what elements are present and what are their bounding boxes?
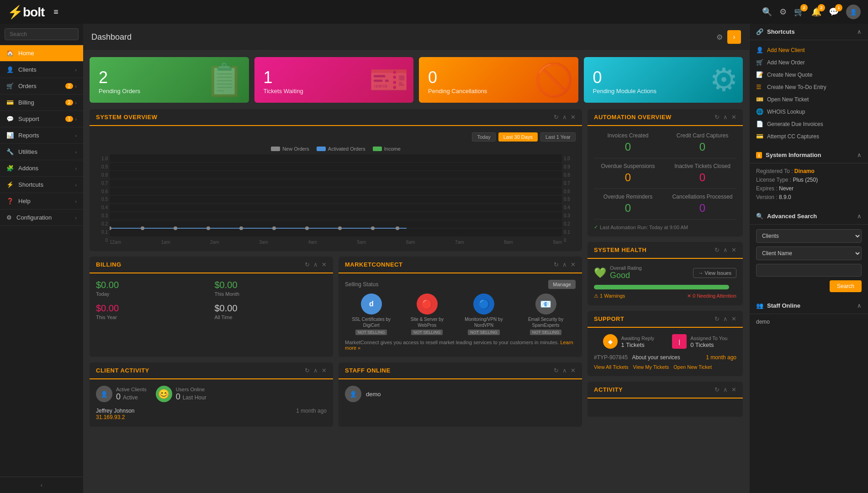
sidebar-item-home[interactable]: 🏠Home bbox=[0, 45, 83, 62]
support-close-icon[interactable]: ✕ bbox=[731, 315, 736, 322]
adv-search-type-select[interactable]: Clients Orders Invoices Tickets bbox=[756, 229, 862, 243]
billing-close-icon[interactable]: ✕ bbox=[322, 261, 327, 268]
support-collapse-icon[interactable]: ∧ bbox=[723, 315, 728, 322]
market-close-icon[interactable]: ✕ bbox=[571, 261, 576, 268]
staff-refresh-icon[interactable]: ↻ bbox=[554, 367, 559, 374]
market-footer: MarketConnect gives you access to resell… bbox=[345, 340, 576, 351]
market-refresh-icon[interactable]: ↻ bbox=[554, 261, 559, 268]
adv-search-collapse-icon[interactable]: ∧ bbox=[857, 213, 862, 220]
shortcut-open-ticket[interactable]: 🎫 Open New Ticket bbox=[750, 93, 868, 105]
sidebar-item-support[interactable]: 💬Support 1 › bbox=[0, 111, 83, 127]
addons-chevron: › bbox=[75, 166, 77, 171]
view-issues-button[interactable]: → View Issues bbox=[693, 268, 736, 278]
health-close-icon[interactable]: ✕ bbox=[731, 246, 736, 253]
view-all-tickets-link[interactable]: View All Tickets bbox=[594, 364, 629, 370]
collapse-icon[interactable]: ∧ bbox=[562, 114, 567, 121]
support-icon[interactable]: 💬 1 bbox=[829, 7, 839, 17]
users-online-item: 😊 Users Online 0 Last Hour bbox=[156, 386, 206, 402]
sidebar-collapse-btn[interactable]: ‹ bbox=[0, 477, 83, 493]
health-progress-bar bbox=[594, 285, 729, 289]
billing-refresh-icon[interactable]: ↻ bbox=[305, 261, 310, 268]
shortcuts-panel: 🔗 Shortcuts ∧ 👤 Add New Client 🛒 Add New… bbox=[750, 24, 868, 146]
automation-panel: Automation Overview ↻ ∧ ✕ Invoices Creat… bbox=[587, 109, 743, 236]
staff-user-row: 👤 demo bbox=[345, 386, 576, 402]
sidebar-item-orders[interactable]: 🛒Orders 2 › bbox=[0, 78, 83, 94]
health-collapse-icon[interactable]: ∧ bbox=[723, 246, 728, 253]
shortcut-cc-captures[interactable]: 💳 Attempt CC Captures bbox=[750, 130, 868, 142]
health-warnings: ⚠ 1 Warnings bbox=[594, 293, 625, 299]
client-activity-header: Client Activity ↻ ∧ ✕ bbox=[90, 362, 333, 379]
staff-collapse-icon[interactable]: ∧ bbox=[857, 302, 862, 309]
legend-new-orders-box bbox=[271, 147, 280, 151]
sidebar-item-configuration[interactable]: ⚙Configuration › bbox=[0, 210, 83, 226]
chart-btn-today[interactable]: Today bbox=[472, 132, 495, 142]
view-my-tickets-link[interactable]: View My Tickets bbox=[633, 364, 669, 370]
chart-btn-30days[interactable]: Last 30 Days bbox=[498, 132, 538, 142]
client-close-icon[interactable]: ✕ bbox=[322, 367, 327, 374]
shortcut-add-order[interactable]: 🛒 Add New Order bbox=[750, 56, 868, 68]
sidebar-item-utilities[interactable]: 🔧Utilities › bbox=[0, 144, 83, 160]
refresh-icon[interactable]: ↻ bbox=[554, 114, 559, 121]
market-collapse-icon[interactable]: ∧ bbox=[562, 261, 567, 268]
search-input[interactable] bbox=[5, 28, 79, 40]
system-health-panel: System Health ↻ ∧ ✕ 💚 Overall Rating bbox=[587, 242, 743, 305]
avatar[interactable]: 👤 bbox=[846, 5, 861, 19]
staff-close-icon[interactable]: ✕ bbox=[571, 367, 576, 374]
activity-collapse-icon[interactable]: ∧ bbox=[723, 386, 728, 393]
vpn-badge: NOT SELLING bbox=[468, 330, 499, 335]
ticket-subject[interactable]: About your services bbox=[632, 354, 680, 361]
cart-icon[interactable]: 🛒 2 bbox=[794, 7, 804, 17]
chart-btn-1year[interactable]: Last 1 Year bbox=[540, 132, 576, 142]
billing-collapse-icon[interactable]: ∧ bbox=[313, 261, 318, 268]
hamburger-menu[interactable]: ≡ bbox=[53, 7, 58, 17]
staff-collapse-icon[interactable]: ∧ bbox=[562, 367, 567, 374]
shortcut-generate-invoices[interactable]: 📄 Generate Due Invoices bbox=[750, 118, 868, 130]
adv-search-field-select[interactable]: Client Name Email Company bbox=[756, 246, 862, 260]
support-refresh-icon[interactable]: ↻ bbox=[715, 315, 720, 322]
sidebar-item-clients[interactable]: 👤Clients › bbox=[0, 62, 83, 78]
open-new-ticket-link[interactable]: Open New Ticket bbox=[673, 364, 712, 370]
shortcut-create-quote[interactable]: 📝 Create New Quote bbox=[750, 68, 868, 81]
module-actions-label: Pending Module Actions bbox=[593, 88, 734, 94]
manage-button[interactable]: Manage bbox=[548, 280, 576, 289]
auto-close-icon[interactable]: ✕ bbox=[731, 114, 736, 121]
automation-actions: ↻ ∧ ✕ bbox=[715, 114, 736, 121]
billing-header: Billing ↻ ∧ ✕ bbox=[90, 257, 333, 273]
close-icon[interactable]: ✕ bbox=[571, 114, 576, 121]
activity-close-icon[interactable]: ✕ bbox=[731, 386, 736, 393]
stat-card-tickets-waiting[interactable]: 🎫 1 Tickets Waiting bbox=[254, 57, 414, 103]
stat-card-pending-orders[interactable]: 📋 2 Pending Orders bbox=[90, 57, 249, 103]
advanced-search-title: 🔍 Advanced Search bbox=[756, 213, 817, 220]
shortcuts-collapse-icon[interactable]: ∧ bbox=[857, 28, 862, 35]
stat-card-pending-cancellations[interactable]: 🚫 0 Pending Cancellations bbox=[419, 57, 578, 103]
dashboard-settings-icon[interactable]: ⚙ bbox=[716, 33, 723, 42]
sidebar-item-reports[interactable]: 📊Reports › bbox=[0, 127, 83, 144]
adv-search-input[interactable] bbox=[756, 264, 862, 277]
recent-client-time: 1 month ago bbox=[296, 408, 327, 420]
svg-point-15 bbox=[305, 226, 309, 230]
shortcut-add-client[interactable]: 👤 Add New Client bbox=[750, 44, 868, 56]
sidebar-item-billing[interactable]: 💳Billing 2 › bbox=[0, 94, 83, 111]
search-icon[interactable]: 🔍 bbox=[762, 7, 772, 17]
sidebar-item-help[interactable]: ❓Help › bbox=[0, 193, 83, 210]
adv-search-button[interactable]: Search bbox=[830, 280, 862, 292]
right-sidebar: 🔗 Shortcuts ∧ 👤 Add New Client 🛒 Add New… bbox=[749, 24, 868, 493]
sidebar-item-shortcuts[interactable]: ⚡Shortcuts › bbox=[0, 177, 83, 193]
sysinfo-collapse-icon[interactable]: ∧ bbox=[857, 152, 862, 158]
sidebar-item-addons[interactable]: 🧩Addons › bbox=[0, 160, 83, 177]
auto-collapse-icon[interactable]: ∧ bbox=[723, 114, 728, 121]
dashboard-arrow-button[interactable]: › bbox=[727, 30, 741, 44]
shortcut-whois[interactable]: 🌐 WHOIS Lookup bbox=[750, 105, 868, 118]
activity-refresh-icon[interactable]: ↻ bbox=[715, 386, 720, 393]
settings-icon[interactable]: ⚙ bbox=[779, 7, 787, 17]
client-collapse-icon[interactable]: ∧ bbox=[313, 367, 318, 374]
whois-icon: 🌐 bbox=[756, 108, 763, 115]
system-overview-panel: System Overview ↻ ∧ ✕ Today Last 30 Days… bbox=[90, 109, 582, 251]
system-overview-body: Today Last 30 Days Last 1 Year New Order… bbox=[90, 126, 582, 251]
client-refresh-icon[interactable]: ↻ bbox=[305, 367, 310, 374]
health-refresh-icon[interactable]: ↻ bbox=[715, 246, 720, 253]
shortcut-create-todo[interactable]: ☰ Create New To-Do Entry bbox=[750, 81, 868, 93]
auto-refresh-icon[interactable]: ↻ bbox=[715, 114, 720, 121]
alerts-icon[interactable]: 🔔 2 bbox=[811, 7, 821, 17]
stat-card-module-actions[interactable]: ⚙ 0 Pending Module Actions bbox=[584, 57, 743, 103]
